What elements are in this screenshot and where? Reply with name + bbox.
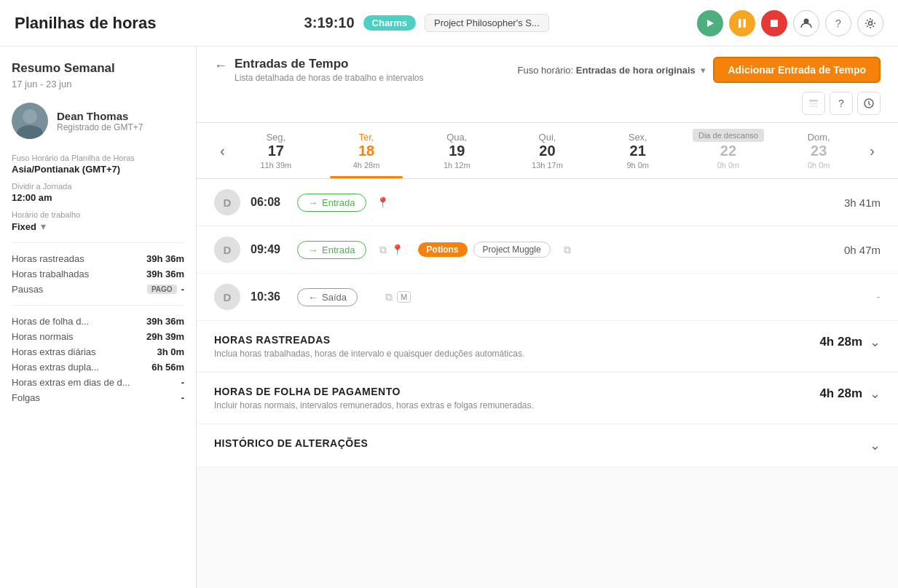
entry-in-button[interactable]: → Entrada [297,194,366,212]
payroll-label: Horas extras diárias [12,346,96,357]
m-icon[interactable]: M [397,291,411,303]
entries-area: D 06:08 → Entrada 📍 3h 41m D 09:49 → Ent… [197,179,898,588]
day-column[interactable]: Ter, 18 4h 28m [321,123,411,178]
day-name: Ter, [324,132,409,143]
timezone-dropdown-arrow[interactable]: ▾ [701,65,706,76]
section-toggle-button[interactable]: ⌄ [870,334,881,350]
entry-list: D 06:08 → Entrada 📍 3h 41m D 09:49 → Ent… [197,179,898,321]
help-tool-button[interactable]: ? [830,92,853,115]
payroll-row: Horas extras dupla... 6h 56m [12,362,184,373]
next-week-button[interactable]: › [864,135,881,167]
entry-out-button[interactable]: ← Saída [297,288,358,306]
svg-rect-1 [744,19,747,28]
day-name: Qui, [505,132,589,143]
location-icon[interactable]: 📍 [391,244,403,255]
split-value: 12:00 am [12,192,184,203]
stats-label: Pausas [12,284,43,295]
app-title: Planilhas de horas [15,14,156,33]
payroll-row: Horas normais 29h 39m [12,331,184,342]
payroll-label: Horas extras dupla... [12,362,99,373]
pause-button[interactable] [729,10,755,36]
prev-week-button[interactable]: ‹ [214,135,231,167]
section-total: 4h 28m [819,386,862,401]
timezone-section: Fuso Horário da Planilha de Horas Asia/P… [12,154,184,175]
section-title: HORAS RASTREADAS [214,334,524,346]
copy-icon[interactable]: ⧉ [385,291,393,303]
settings-button[interactable] [857,10,883,36]
app-header: Planilhas de horas 3:19:10 Charms Projec… [0,0,898,47]
stats-label: Horas rastreadas [12,253,84,264]
project-tag[interactable]: Project Muggle [473,242,551,258]
work-schedule-label: Horário de trabalho [12,210,184,219]
back-button[interactable]: ← [214,58,227,74]
sidebar-date: 17 jun - 23 jun [12,79,184,90]
entry-in-button[interactable]: → Entrada [297,241,366,259]
payroll-row: Horas extras em dias de d... - [12,377,184,388]
stats-value: 39h 36m [146,269,184,279]
section-title: HISTÓRICO DE ALTERAÇÕES [214,437,368,449]
day-column[interactable]: Seg, 17 11h 39m [231,123,321,178]
entry-avatar: D [214,189,240,215]
location-icon[interactable]: 📍 [377,196,389,208]
section-total: 4h 28m [819,335,862,349]
payroll-label: Horas extras em dias de d... [12,377,130,388]
day-hours: 1h 12m [414,161,499,170]
help-button[interactable]: ? [825,10,851,36]
stats-label: Horas trabalhadas [12,269,89,279]
copy-icon[interactable]: ⧉ [379,244,387,256]
pago-badge: PAGO [147,285,177,294]
payroll-value: 29h 39m [146,331,184,342]
play-button[interactable] [697,10,723,36]
section-title: HORAS DE FOLHA DE PAGAMENTO [214,386,534,397]
day-hours: 13h 17m [505,161,589,170]
section-header: HORAS DE FOLHA DE PAGAMENTO Incluir hora… [197,373,898,424]
section-toggle-button[interactable]: ⌄ [870,386,881,402]
topbar-subtitle: Lista detalhada de horas de trabalho e i… [235,73,424,83]
payroll-label: Horas de folha d... [12,316,89,327]
payroll-value: 3h 0m [157,346,184,357]
charms-badge[interactable]: Charms [363,15,416,31]
payroll-value: - [181,392,184,403]
day-hours: 11h 39m [234,161,318,170]
main-layout: Resumo Semanal 17 jun - 23 jun Dean Thom… [0,47,898,588]
split-label: Dividir a Jornada [12,182,184,191]
day-number: 22 [686,143,771,159]
time-entry-row: D 06:08 → Entrada 📍 3h 41m [197,179,898,226]
stats-row: Horas trabalhadas 39h 36m [12,269,184,279]
day-column[interactable]: Qua, 19 1h 12m [411,123,502,178]
day-column[interactable]: Dom, 23 0h 0m [773,123,864,178]
project-badge[interactable]: Project Philosopher's S... [425,14,549,32]
day-number: 19 [414,143,499,159]
rest-day-badge: Dia de descanso [683,129,773,142]
day-number: 21 [596,143,680,159]
header-center: 3:19:10 Charms Project Philosopher's S..… [304,14,549,32]
time-entry-row: D 09:49 → Entrada ⧉📍 PotionsProject Mugg… [197,226,898,274]
day-number: 17 [234,143,318,159]
entry-avatar: D [214,284,240,310]
entry-time: 06:08 [251,196,287,209]
add-time-entry-button[interactable]: Adicionar Entrada de Tempo [713,57,881,83]
payroll-value: - [181,377,184,388]
section-toggle-button[interactable]: ⌄ [870,437,881,453]
days-container: Seg, 17 11h 39m Ter, 18 4h 28m Qua, 19 1… [231,123,864,178]
day-hours: 9h 0m [596,161,680,170]
copy-icon[interactable]: ⧉ [564,244,571,256]
day-column[interactable]: Sex, 21 9h 0m [593,123,683,178]
time-entry-row: D 10:36 ← Saída ⧉M - [197,274,898,321]
day-column[interactable]: Qui, 20 13h 17m [502,123,592,178]
list-view-button[interactable] [802,92,825,115]
clock-tool-button[interactable] [857,92,881,115]
entry-duration: 0h 47m [844,244,881,256]
potions-tag[interactable]: Potions [418,242,468,257]
work-schedule-dropdown[interactable]: ▾ [41,220,46,232]
section-header: HORAS RASTREADAS Inclua horas trabalhada… [197,321,898,373]
header-icons: ? [697,10,883,36]
timezone-prefix: Fuso horário: Entradas de hora originais… [518,65,706,76]
stop-button[interactable] [761,10,787,36]
user-button[interactable] [793,10,819,36]
entry-extra-icons: ⧉ [564,244,571,256]
section-header: HISTÓRICO DE ALTERAÇÕES ⌄ [197,424,898,467]
entry-dash: - [876,290,881,305]
day-column[interactable]: Dia de descanso Sáb, 22 0h 0m [683,123,773,178]
work-schedule-section: Horário de trabalho Fixed ▾ [12,210,184,232]
